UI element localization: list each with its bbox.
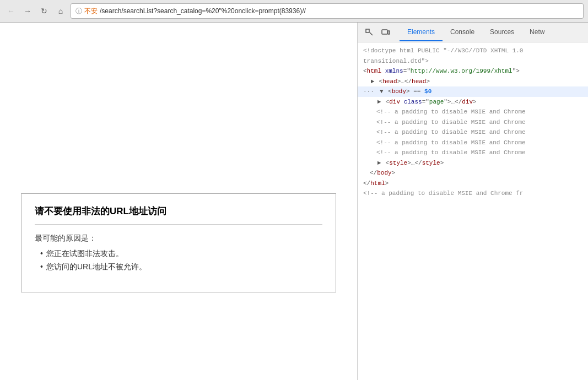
code-line[interactable]: <html xmlns="http://www.w3.org/1999/xhtm… [358, 66, 588, 77]
collapse-arrow[interactable]: ► [376, 97, 382, 107]
error-item-1: 您正在试图非法攻击。 [40, 249, 322, 259]
devtools-toolbar: Elements Console Sources Netw [358, 23, 588, 42]
code-line[interactable]: <!-- a padding to disable MSIE and Chrom… [358, 127, 588, 138]
browser-toolbar: ← → ↻ ⌂ ⓘ 不安 /search/searchList?search_c… [0, 0, 588, 22]
reload-button[interactable]: ↻ [37, 4, 51, 18]
devtools-tabs: Elements Console Sources Netw [400, 24, 552, 41]
home-button[interactable]: ⌂ [54, 4, 67, 18]
code-line[interactable]: ► <style>…</style> [358, 158, 588, 169]
code-line[interactable]: ► <div class="page">…</div> [358, 97, 588, 107]
error-page: 请不要使用非法的URL地址访问 最可能的原因是： 您正在试图非法攻击。 您访问的… [10, 182, 347, 303]
error-title: 请不要使用非法的URL地址访问 [35, 205, 322, 225]
svg-line-1 [370, 32, 373, 35]
inspect-element-button[interactable] [362, 25, 376, 40]
url-text: /search/searchList?search_catalog=%20"%2… [100, 7, 306, 15]
svg-rect-3 [388, 31, 390, 34]
forward-button[interactable]: → [21, 4, 34, 18]
tab-network[interactable]: Netw [522, 24, 552, 41]
error-list: 您正在试图非法攻击。 您访问的URL地址不被允许。 [35, 249, 322, 272]
collapse-arrow[interactable]: ► [376, 159, 382, 168]
error-subtitle: 最可能的原因是： [35, 234, 322, 243]
back-button[interactable]: ← [4, 4, 18, 18]
code-text: < [363, 68, 367, 74]
error-box: 请不要使用非法的URL地址访问 最可能的原因是： 您正在试图非法攻击。 您访问的… [21, 193, 336, 292]
code-text: transitional.dtd"> [363, 58, 429, 64]
code-line[interactable]: <!-- a padding to disable MSIE and Chrom… [358, 148, 588, 158]
security-label: 不安 [84, 7, 98, 16]
address-bar[interactable]: ⓘ 不安 /search/searchList?search_catalog=%… [71, 3, 584, 19]
code-line[interactable]: <!-- a padding to disable MSIE and Chrom… [358, 188, 588, 199]
devtools-content[interactable]: <!doctype html PUBLIC "-//W3C//DTD XHTML… [358, 42, 588, 380]
security-icon: ⓘ [75, 7, 82, 16]
code-text: <!doctype html PUBLIC "-//W3C//DTD XHTML… [363, 47, 523, 54]
devtools-panel: Elements Console Sources Netw <!doctype … [357, 23, 588, 380]
code-line[interactable]: transitional.dtd"> [358, 56, 588, 67]
code-line[interactable]: </body> [358, 168, 588, 178]
code-line[interactable]: <!-- a padding to disable MSIE and Chrom… [358, 117, 588, 128]
code-line[interactable]: <!-- a padding to disable MSIE and Chrom… [358, 107, 588, 117]
tab-console[interactable]: Console [443, 24, 482, 41]
error-item-2: 您访问的URL地址不被允许。 [40, 262, 322, 272]
body-line[interactable]: ··· ▼ <body> == $0 [358, 86, 588, 97]
device-toggle-button[interactable] [379, 25, 393, 40]
main-area: 请不要使用非法的URL地址访问 最可能的原因是： 您正在试图非法攻击。 您访问的… [0, 23, 588, 380]
tab-sources[interactable]: Sources [482, 24, 522, 41]
browser-chrome: ← → ↻ ⌂ ⓘ 不安 /search/searchList?search_c… [0, 0, 588, 23]
code-line[interactable]: ► <head>…</head> [358, 77, 588, 87]
browser-viewport: 请不要使用非法的URL地址访问 最可能的原因是： 您正在试图非法攻击。 您访问的… [0, 23, 357, 380]
svg-rect-0 [366, 29, 369, 32]
tab-elements[interactable]: Elements [400, 24, 443, 41]
code-line[interactable]: <!doctype html PUBLIC "-//W3C//DTD XHTML… [358, 46, 588, 56]
collapse-arrow[interactable]: ► [370, 77, 375, 86]
code-line[interactable]: </html> [358, 178, 588, 189]
code-line[interactable]: <!-- a padding to disable MSIE and Chrom… [358, 138, 588, 148]
collapse-arrow[interactable]: ▼ [379, 87, 384, 96]
svg-rect-2 [382, 30, 387, 34]
